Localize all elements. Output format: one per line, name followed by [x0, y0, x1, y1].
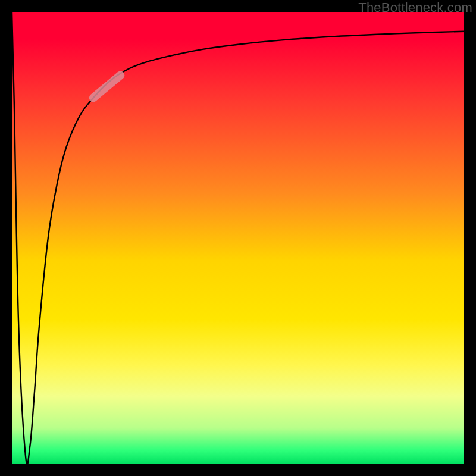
curve-svg [12, 12, 464, 464]
curve-layer [12, 12, 464, 465]
plot-area [12, 12, 464, 464]
bottleneck-curve-path [12, 12, 464, 465]
chart-frame: TheBottleneck.com [0, 0, 476, 476]
highlight-segment [93, 75, 121, 98]
